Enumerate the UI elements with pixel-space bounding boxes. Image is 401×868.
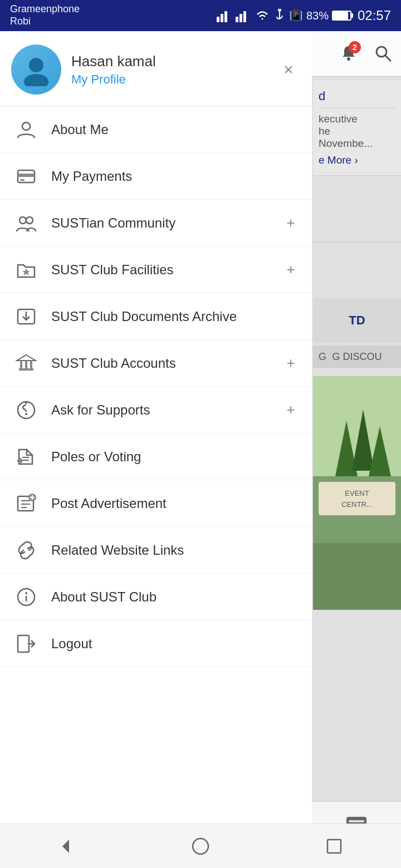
- svg-text:EVENT: EVENT: [345, 489, 369, 497]
- svg-rect-4: [239, 14, 242, 22]
- close-button[interactable]: ×: [276, 57, 301, 82]
- svg-point-44: [25, 413, 27, 415]
- user-info: Hasan kamal My Profile: [71, 53, 276, 87]
- avatar[interactable]: [11, 45, 61, 95]
- main-container: 2 d kecutive he Novembe... e More › TD: [0, 31, 401, 868]
- svg-marker-34: [22, 268, 30, 275]
- logout-icon: [11, 629, 41, 659]
- menu-label-sust-club-accounts: SUST Club Accounts: [51, 356, 281, 371]
- svg-rect-31: [20, 179, 25, 181]
- sidebar-item-my-payments[interactable]: My Payments: [0, 153, 312, 200]
- search-icon-top[interactable]: [371, 41, 395, 66]
- sidebar-item-about-me[interactable]: About Me: [0, 106, 312, 153]
- notification-bell[interactable]: 2: [336, 41, 361, 66]
- expand-icon-sustian-community[interactable]: +: [281, 213, 301, 233]
- menu-label-sust-club-documents: SUST Club Documents Archive: [51, 309, 301, 324]
- svg-rect-9: [333, 12, 348, 19]
- expand-icon-sust-club-facilities[interactable]: +: [281, 260, 301, 280]
- discount-text: G DISCOU: [332, 351, 382, 362]
- menu-label-about-me: About Me: [51, 122, 301, 137]
- usb-icon: [273, 9, 286, 22]
- signal-icon-2: [236, 9, 251, 22]
- link-icon: [11, 535, 41, 565]
- back-button[interactable]: [45, 830, 89, 863]
- post-add-icon: [11, 489, 41, 519]
- status-icons: 📳 83% 02:57: [217, 8, 391, 23]
- battery-percent: 83%: [306, 9, 329, 22]
- svg-rect-41: [30, 361, 32, 368]
- peek-card-2: [313, 215, 401, 243]
- info-circle-icon: [11, 582, 41, 612]
- menu-label-sust-club-facilities: SUST Club Facilities: [51, 262, 281, 278]
- svg-marker-37: [17, 355, 36, 361]
- battery-icon: [332, 9, 354, 22]
- avatar-icon: [19, 53, 53, 86]
- svg-text:CENTR...: CENTR...: [341, 500, 373, 509]
- svg-point-26: [29, 58, 43, 72]
- svg-rect-3: [236, 17, 238, 22]
- svg-rect-1: [221, 14, 223, 22]
- sidebar-item-about-sust-club[interactable]: About SUST Club: [0, 574, 312, 620]
- svg-rect-30: [18, 174, 35, 177]
- svg-point-57: [25, 592, 27, 594]
- sidebar-item-sust-club-documents[interactable]: SUST Club Documents Archive: [0, 293, 312, 340]
- wifi-icon: [255, 9, 270, 22]
- sidebar-item-sust-club-facilities[interactable]: SUST Club Facilities +: [0, 246, 312, 293]
- menu-label-about-sust-club: About SUST Club: [51, 589, 301, 605]
- navigation-bar: [0, 823, 401, 868]
- peek-text-blue: d: [319, 89, 395, 103]
- svg-point-28: [22, 122, 30, 130]
- peek-card-1: d kecutive he Novembe... e More ›: [313, 80, 401, 176]
- menu-label-logout: Logout: [51, 636, 301, 652]
- signal-icon: [217, 9, 232, 22]
- sidebar-item-post-advertisement[interactable]: Post Advertisement: [0, 480, 312, 527]
- group-icon: [11, 208, 41, 238]
- status-bar: Grameenphone Robi 📳 83%: [0, 0, 401, 31]
- svg-rect-39: [20, 361, 22, 368]
- vote-icon: [11, 442, 41, 472]
- sidebar-item-sust-club-accounts[interactable]: SUST Club Accounts +: [0, 340, 312, 387]
- expand-icon-ask-for-supports[interactable]: +: [281, 400, 301, 420]
- sidebar-item-logout[interactable]: Logout: [0, 620, 312, 667]
- peek-logo-area: TD: [313, 298, 401, 343]
- svg-rect-23: [349, 820, 364, 822]
- expand-icon-sust-club-accounts[interactable]: +: [281, 353, 301, 373]
- svg-rect-14: [313, 543, 401, 610]
- bank-icon: [11, 348, 41, 378]
- svg-point-6: [278, 9, 281, 12]
- notification-badge: 2: [349, 41, 361, 53]
- event-image-area: EVENT CENTR...: [313, 376, 401, 610]
- sidebar-item-sustian-community[interactable]: SUSTian Community +: [0, 200, 312, 246]
- svg-point-32: [19, 217, 26, 224]
- user-name: Hasan kamal: [71, 53, 276, 70]
- recent-button[interactable]: [312, 830, 356, 863]
- svg-rect-58: [18, 635, 29, 652]
- home-button[interactable]: [178, 830, 223, 863]
- sidebar-item-poles-or-voting[interactable]: Poles or Voting: [0, 433, 312, 480]
- payment-icon: [11, 161, 41, 191]
- svg-rect-40: [25, 361, 27, 368]
- right-peek-bg: 2 d kecutive he Novembe... e More › TD: [312, 31, 401, 868]
- profile-link[interactable]: My Profile: [71, 72, 276, 87]
- top-right-icons: 2: [312, 31, 401, 76]
- menu-label-related-website-links: Related Website Links: [51, 542, 301, 558]
- carrier-1: Grameenphone: [10, 3, 80, 16]
- svg-point-33: [26, 217, 33, 224]
- svg-rect-8: [351, 13, 353, 18]
- person-icon: [11, 115, 41, 145]
- see-more-link[interactable]: e More ›: [319, 154, 395, 166]
- sidebar-item-ask-for-supports[interactable]: Ask for Supports +: [0, 387, 312, 433]
- vibrate-icon: 📳: [289, 9, 303, 22]
- help-circle-icon: [11, 395, 41, 425]
- menu-label-sustian-community: SUSTian Community: [51, 215, 281, 231]
- svg-marker-60: [62, 840, 69, 853]
- svg-line-12: [385, 55, 390, 61]
- sidebar-item-related-website-links[interactable]: Related Website Links: [0, 527, 312, 574]
- discount-bar: G G DISCOU: [313, 346, 401, 368]
- menu-label-my-payments: My Payments: [51, 169, 301, 184]
- svg-point-10: [347, 57, 350, 61]
- svg-point-61: [193, 839, 208, 854]
- svg-point-27: [24, 74, 48, 86]
- time: 02:57: [358, 8, 391, 23]
- svg-rect-5: [243, 11, 246, 22]
